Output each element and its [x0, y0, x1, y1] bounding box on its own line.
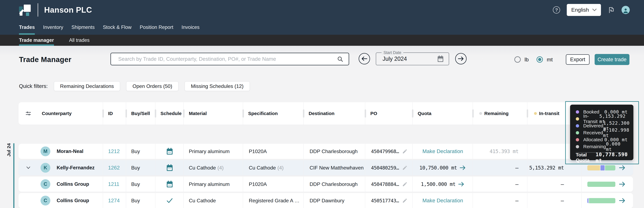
brand-divider	[38, 3, 38, 16]
quota-arrow-icon[interactable]	[460, 165, 466, 170]
filter-chip-open-orders[interactable]: Open Orders (50)	[126, 81, 178, 91]
table-row[interactable]: C Collins Group 1211 Buy Primary aluminu…	[18, 177, 633, 192]
calendar-icon[interactable]	[437, 55, 444, 63]
quick-filters: Quick filters: Remaining Declarations Op…	[19, 81, 250, 91]
po-cell: 450478884…	[365, 177, 412, 192]
specification-cell: P1020A	[243, 177, 304, 192]
row-detail-arrow-icon[interactable]	[619, 181, 626, 187]
buy-sell-cell: Buy	[126, 144, 156, 159]
user-avatar[interactable]	[622, 6, 630, 14]
nav-tab-stock-flow[interactable]: Stock & Flow	[103, 20, 132, 35]
counterparty-name: Collins Group	[57, 181, 89, 187]
table-row[interactable]: K Kelly-Fernandez 1262 Buy Cu Cathode(4)…	[18, 160, 633, 175]
remaining-cell: –	[473, 193, 527, 208]
search-input[interactable]	[118, 56, 337, 62]
destination-cell: DDP Charlesborough	[304, 177, 365, 192]
row-detail-arrow-icon[interactable]	[619, 165, 626, 171]
quota-arrow-icon[interactable]	[458, 182, 465, 187]
trade-id-link[interactable]: 1212	[108, 148, 120, 154]
po-cell: 450479968…	[365, 144, 412, 159]
specification-cell: Cu Cathode(4)	[243, 160, 304, 175]
counterparty-cell: M Moran-Neal	[38, 144, 103, 159]
subnav-all-trades[interactable]: All trades	[69, 35, 90, 46]
po-number: 450479968…	[371, 148, 399, 154]
specification-cell: P1020A	[243, 144, 304, 159]
col-header-counterparty[interactable]: Counterparty	[38, 102, 103, 125]
trade-id-link[interactable]: 1274	[108, 198, 120, 204]
search-box	[110, 53, 349, 65]
subnav-trade-manager[interactable]: Trade manager	[19, 35, 54, 46]
nav-tab-invoices[interactable]: Invoices	[182, 20, 200, 35]
flag-icon[interactable]	[608, 6, 615, 13]
edit-pencil-icon[interactable]	[402, 165, 408, 170]
nav-tab-trades[interactable]: Trades	[19, 20, 35, 35]
tooltip-total-row: Total Quota 10,778.590 mt	[576, 153, 628, 162]
po-cell: 450517743…	[365, 193, 412, 208]
language-select[interactable]: English	[567, 4, 601, 16]
header-column-settings[interactable]	[18, 102, 38, 125]
edit-pencil-icon[interactable]	[402, 182, 408, 187]
schedule-calendar-icon	[166, 164, 173, 172]
next-month-button[interactable]	[455, 53, 466, 64]
quota-progress-bar[interactable]	[587, 182, 615, 187]
col-header-specification[interactable]: Specification	[243, 102, 304, 125]
quota-cell: 10,750.000 mt	[412, 160, 473, 175]
quota-progress-bar[interactable]	[587, 198, 615, 203]
row-expander-cell	[18, 177, 38, 192]
po-number: 450480259…	[371, 165, 399, 171]
edit-pencil-icon[interactable]	[402, 149, 408, 154]
delivered-dot-icon	[576, 124, 579, 127]
progress-cell	[582, 193, 633, 208]
edit-pencil-icon[interactable]	[402, 198, 408, 203]
trade-id-link[interactable]: 1211	[108, 181, 119, 187]
make-declaration-link[interactable]: Make Declaration	[422, 198, 463, 204]
col-header-destination[interactable]: Destination	[304, 102, 365, 125]
make-declaration-link[interactable]: Make Declaration	[422, 148, 463, 154]
prev-month-button[interactable]	[359, 53, 370, 64]
col-header-buy-sell[interactable]: Buy/Sell	[126, 102, 156, 125]
table-row[interactable]: C Collins Group 1274 Buy Cu Cathode Regi…	[18, 193, 633, 208]
in-transit-dot-icon	[576, 117, 579, 120]
row-expander-cell	[18, 193, 38, 208]
counterparty-cell: C Collins Group	[38, 193, 103, 208]
main-nav: Trades Inventory Shipments Stock & Flow …	[19, 20, 200, 35]
allocated-dot-icon	[576, 138, 579, 141]
search-icon[interactable]	[337, 56, 343, 62]
app-bar: Hanson PLC ? English	[0, 0, 644, 35]
filter-chip-remaining-declarations[interactable]: Remaining Declarations	[54, 81, 120, 91]
start-date-value: July 2024	[382, 56, 407, 62]
unit-radio-mt[interactable]	[536, 56, 543, 63]
schedule-cell	[156, 144, 184, 159]
buy-sell-cell: Buy	[126, 193, 156, 208]
quota-progress-bar[interactable]	[587, 165, 615, 170]
received-dot-icon	[576, 131, 579, 134]
help-icon[interactable]: ?	[553, 6, 560, 13]
brand-title: Hanson PLC	[44, 5, 92, 14]
po-cell: 450480259…	[365, 160, 412, 175]
row-detail-arrow-icon[interactable]	[619, 198, 626, 204]
create-trade-button[interactable]: Create trade	[594, 54, 630, 65]
destination-cell: DDP Dawnbury	[304, 193, 365, 208]
remaining-cell: 415.393 mt	[473, 144, 527, 159]
chevron-down-icon[interactable]	[26, 166, 30, 169]
col-header-remaining[interactable]: Remaining	[473, 102, 527, 125]
unit-radio-lb[interactable]	[514, 56, 521, 63]
col-header-schedule[interactable]: Schedule	[156, 102, 184, 125]
nav-tab-position-report[interactable]: Position Report	[140, 20, 173, 35]
counterparty-avatar: C	[40, 179, 50, 189]
start-date-field[interactable]: Start Date July 2024	[376, 52, 449, 65]
schedule-cell	[156, 177, 184, 192]
col-header-po[interactable]: PO	[365, 102, 412, 125]
quota-cell: 1,500.000 mt	[412, 177, 473, 192]
col-header-quota[interactable]: Quota	[412, 102, 473, 125]
table-row[interactable]: M Moran-Neal 1212 Buy Primary aluminum P…	[18, 144, 633, 159]
col-header-material[interactable]: Material	[184, 102, 243, 125]
trade-id-link[interactable]: 1262	[108, 165, 120, 171]
export-button[interactable]: Export	[566, 54, 590, 65]
filter-chip-missing-schedules[interactable]: Missing Schedules (12)	[184, 81, 250, 91]
counterparty-avatar: M	[40, 146, 50, 156]
col-header-id[interactable]: ID	[103, 102, 126, 125]
nav-tab-inventory[interactable]: Inventory	[43, 20, 63, 35]
page-title: Trade Manager	[19, 55, 72, 64]
nav-tab-shipments[interactable]: Shipments	[72, 20, 94, 35]
